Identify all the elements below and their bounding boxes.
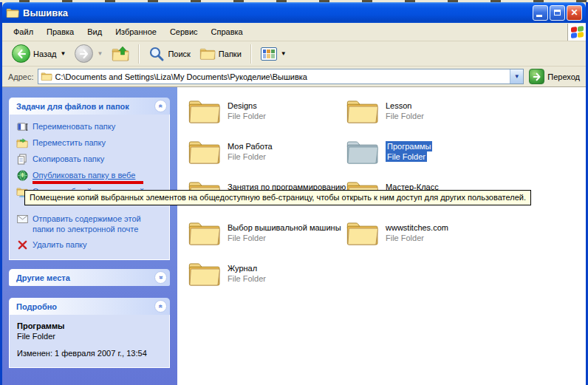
folder-name: wwwstitches.com (386, 222, 448, 233)
folder-icon (188, 260, 221, 288)
up-button[interactable] (108, 44, 133, 64)
minimize-button[interactable] (533, 5, 548, 21)
views-button[interactable]: ▼ (257, 46, 290, 62)
details-body: Программы File Folder Изменен: 1 февраля… (9, 315, 170, 368)
back-button[interactable]: Назад ▼ (8, 43, 69, 64)
folder-tile-vybor-mashiny[interactable]: Выбор вышивальной машиныFile Folder (188, 219, 346, 260)
folder-tile-wwwstitches[interactable]: wwwstitches.comFile Folder (346, 219, 504, 260)
folder-up-icon (112, 46, 129, 62)
search-label: Поиск (168, 50, 190, 58)
details-item-type: File Folder (17, 331, 165, 341)
task-pane: Задачи для файлов и папок « Переименоват… (2, 87, 177, 385)
windows-flag-icon (571, 26, 584, 38)
collapse-chevron-icon[interactable]: « (154, 100, 167, 112)
folder-type: File Folder (228, 151, 266, 162)
menu-file[interactable]: Файл (7, 24, 40, 39)
address-dropdown-button[interactable]: ▼ (510, 69, 523, 84)
menu-favorites[interactable]: Избранное (109, 24, 163, 39)
folder-type: File Folder (386, 111, 424, 121)
task-label: Переименовать папку (33, 121, 115, 132)
publish-web-icon (16, 170, 28, 181)
folder-name: Моя Работа (228, 141, 273, 151)
window-controls: ✕ (533, 5, 582, 21)
task-label: Удалить папку (33, 239, 87, 250)
folder-type: File Folder (386, 151, 427, 162)
folder-tile-designs[interactable]: DesignsFile Folder (188, 98, 346, 138)
folder-tile-zhurnal[interactable]: ЖурналFile Folder (188, 260, 346, 301)
task-delete-folder[interactable]: Удалить папку (16, 239, 165, 251)
folder-tile-programmy-selected[interactable]: ПрограммыFile Folder (346, 138, 504, 179)
folder-name: Журнал (228, 263, 257, 273)
main-area: Задачи для файлов и папок « Переименоват… (2, 87, 586, 385)
other-places-title: Другие места (16, 273, 70, 282)
expand-chevron-icon[interactable]: « (154, 271, 167, 284)
maximize-button[interactable] (550, 5, 565, 21)
folder-icon (346, 98, 379, 126)
email-icon (16, 214, 28, 225)
task-rename-folder[interactable]: Переименовать папку (16, 121, 165, 132)
other-places-header[interactable]: Другие места « (9, 269, 170, 286)
folder-icon (188, 138, 221, 166)
task-move-folder[interactable]: Переместить папку (16, 137, 165, 149)
close-icon: ✕ (570, 8, 578, 17)
menu-help[interactable]: Справка (205, 24, 250, 39)
task-label: Скопировать папку (33, 154, 104, 164)
folder-tile-lesson[interactable]: LessonFile Folder (346, 98, 504, 138)
menubar: Файл Правка Вид Избранное Сервис Справка (2, 23, 586, 41)
window-folder-icon (6, 7, 19, 18)
folder-icon (188, 98, 221, 126)
forward-button[interactable]: ▼ (71, 43, 106, 64)
file-tasks-header[interactable]: Задачи для файлов и папок « (9, 98, 170, 115)
forward-icon (75, 44, 93, 63)
rename-icon (16, 121, 28, 132)
addressbar: Адрес: C:\Documents and Settings\Liza\My… (2, 67, 586, 87)
details-item-name: Программы (17, 321, 165, 331)
go-icon (529, 69, 544, 84)
task-publish-folder-web[interactable]: Опубликовать папку в вебе (16, 170, 165, 181)
search-icon (148, 46, 165, 62)
task-label: Отправить содержимое этой папки по элект… (33, 214, 164, 234)
details-header[interactable]: Подробно « (9, 298, 170, 315)
folder-tile-moya-rabota[interactable]: Моя РаботаFile Folder (188, 138, 346, 179)
back-label: Назад (33, 50, 57, 58)
go-label: Переход (547, 72, 580, 81)
toolbar-separator (138, 44, 140, 64)
folders-button[interactable]: Папки (196, 46, 245, 62)
address-combo[interactable]: C:\Documents and Settings\Liza\My Docume… (38, 69, 524, 84)
address-label: Адрес: (8, 72, 34, 81)
folder-name: Designs (228, 100, 257, 111)
views-dropdown-icon: ▼ (281, 50, 287, 57)
back-dropdown-icon: ▼ (61, 50, 66, 57)
annotation-red-underline (33, 181, 143, 184)
move-folder-icon (16, 137, 28, 149)
address-folder-icon (41, 72, 52, 81)
forward-dropdown-icon: ▼ (97, 50, 103, 57)
task-copy-folder[interactable]: Скопировать папку (16, 154, 165, 165)
screen: Вышивка ✕ Файл Правка Вид Избранное Серв… (0, 0, 588, 385)
folder-icon (346, 219, 379, 248)
folder-type: File Folder (228, 273, 266, 284)
folder-name: Выбор вышивальной машины (228, 222, 341, 233)
menu-view[interactable]: Вид (81, 24, 109, 39)
menu-edit[interactable]: Правка (40, 24, 81, 39)
windows-logo (567, 24, 586, 41)
close-button[interactable]: ✕ (567, 5, 582, 21)
address-path[interactable]: C:\Documents and Settings\Liza\My Docume… (55, 72, 507, 81)
minimize-icon (536, 15, 542, 17)
folder-icon (188, 219, 221, 248)
panel-details: Подробно « Программы File Folder Изменен… (9, 298, 170, 368)
details-title: Подробно (16, 302, 57, 311)
toolbar: Назад ▼ ▼ Поиск (2, 41, 586, 67)
menu-tools[interactable]: Сервис (163, 24, 205, 39)
search-button[interactable]: Поиск (145, 44, 194, 64)
collapse-chevron-icon[interactable]: « (154, 300, 167, 313)
task-email-folder[interactable]: Отправить содержимое этой папки по элект… (16, 214, 165, 234)
toolbar-separator (250, 44, 252, 64)
folders-icon (199, 47, 216, 61)
titlebar: Вышивка ✕ (2, 2, 586, 23)
panel-file-tasks: Задачи для файлов и папок « Переименоват… (9, 98, 170, 260)
task-label: Переместить папку (33, 137, 106, 148)
go-button[interactable]: Переход (527, 69, 581, 84)
folder-name: Программы (386, 141, 432, 151)
file-tasks-title: Задачи для файлов и папок (16, 102, 129, 111)
